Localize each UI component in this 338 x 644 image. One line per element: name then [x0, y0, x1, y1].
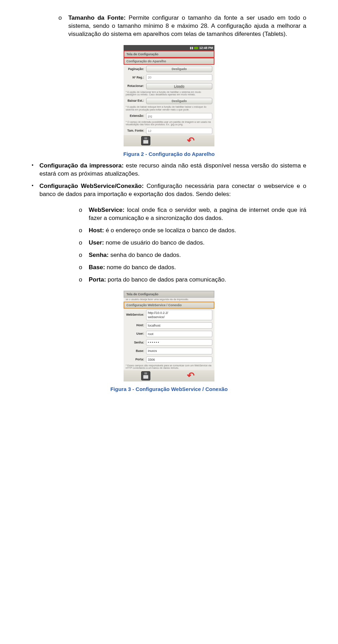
val-baixar[interactable]: Desligado: [146, 98, 212, 104]
val-senha[interactable]: • • • • • •: [146, 339, 212, 346]
intro-bullet: o Tamanho da Fonte: Permite configurar o…: [32, 14, 306, 40]
bullet-o-marker: o: [79, 239, 89, 249]
bullet-o-marker: o: [79, 251, 89, 261]
row-base: Base: inuxcs: [124, 347, 214, 355]
val-host[interactable]: localhost: [146, 322, 212, 329]
lab-base: Base:: [126, 349, 144, 353]
lab-senha: Senha:: [126, 341, 144, 345]
section-title-2: Configuração WebService / Conexão: [124, 302, 214, 309]
b1-bold: Configuração da impressora:: [39, 162, 124, 169]
note-baixar: * A opção de baixar estoque tem a função…: [124, 105, 214, 112]
s1-bold: WebService:: [89, 207, 125, 213]
s4-bold: Senha:: [89, 252, 109, 258]
s2-rest: é o endereço onde se localiza o banco de…: [104, 227, 236, 234]
lab-nreg: Nº Reg.:: [126, 76, 144, 80]
screen-title-2: Tela de Configuração: [124, 291, 214, 298]
row-paginacao: Paginação: Desligado: [124, 65, 214, 73]
bullet-o-marker: o: [79, 276, 89, 286]
s5-bold: Base:: [89, 264, 105, 271]
statusbar: ▮▮ ▮ 12:48 PM: [124, 45, 214, 51]
bullet-o-marker: o: [58, 14, 68, 40]
bottom-toolbar-1: ↶: [124, 135, 214, 146]
row-baixar: Baixar Est.: Desligado: [124, 97, 214, 105]
val-base[interactable]: inuxcs: [146, 348, 212, 354]
clock: 12:48 PM: [199, 46, 213, 50]
note-rotacionar: * A opção de rotacionar tem a função de …: [124, 90, 214, 97]
note-webservice: * Esses campos são responsáveis para se …: [124, 364, 214, 370]
sub-senha: o Senha: senha do banco de dados.: [32, 251, 306, 261]
sub-user: o User: nome de usuário do banco de dado…: [32, 239, 306, 249]
sub-note-2: se o usuário deseja fazer uma segunda vi…: [124, 298, 214, 302]
lab-webservice: WebService:: [126, 313, 144, 317]
s2-bold: Host:: [89, 227, 104, 234]
battery-icon: ▮: [194, 47, 198, 49]
sub-base: o Base: nome do banco de dados.: [32, 264, 306, 274]
val-webservice[interactable]: http://10.0.2.2/ webservice/: [146, 310, 212, 320]
row-host: Host: localhost: [124, 321, 214, 330]
section-title-1: Configuração do Aparelho: [124, 58, 214, 65]
undo-icon[interactable]: ↶: [187, 137, 197, 145]
s3-rest: nome de usuário do banco de dados.: [104, 239, 204, 246]
row-extensao: Extensão: jpg: [124, 112, 214, 120]
bullet-o-marker: o: [79, 264, 89, 274]
bullet-o-marker: o: [79, 227, 89, 237]
val-tamfonte[interactable]: 12: [146, 128, 212, 134]
figure-3-screenshot: Tela de Configuração se o usuário deseja…: [123, 290, 215, 382]
intro-bold: Tamanho da Fonte:: [68, 14, 126, 21]
lab-baixar: Baixar Est.:: [126, 99, 144, 103]
lab-porta: Porta:: [126, 358, 144, 361]
sub-porta: o Porta: porta do banco de dados para co…: [32, 276, 306, 286]
row-senha: Senha: • • • • • •: [124, 338, 214, 347]
b2-bold: Configuração WebService/Conexão:: [39, 183, 144, 189]
lab-rotacionar: Rotacionar:: [126, 84, 144, 88]
figure-2-caption: Figura 2 - Configuração do Aparelho: [32, 151, 306, 158]
lab-user: User:: [126, 332, 144, 336]
dot-marker: •: [32, 162, 39, 180]
s6-rest: porta do banco de dados para comunicação…: [106, 276, 226, 283]
intro-text: Tamanho da Fonte: Permite configurar o t…: [68, 14, 306, 38]
val-extensao[interactable]: jpg: [146, 113, 212, 119]
figure-3-caption: Figura 3 - Configuração WebService / Con…: [32, 386, 306, 393]
s6-bold: Porta:: [89, 276, 106, 283]
bullet-config-impressora: • Configuração da impressora: este recur…: [32, 162, 306, 180]
figure-3-wrap: Tela de Configuração se o usuário deseja…: [32, 290, 306, 383]
screen-title-1: Tela de Configuração: [124, 51, 214, 58]
bottom-toolbar-2: ↶: [124, 370, 214, 381]
lab-paginacao: Paginação:: [126, 67, 144, 71]
row-porta: Porta: 3306: [124, 355, 214, 364]
bullet-o-marker: o: [79, 206, 89, 225]
note-extensao: * O campo de extensão possibilita usar u…: [124, 120, 214, 127]
val-nreg[interactable]: 20: [146, 74, 212, 81]
row-tamfonte: Tam. Fonte: 12: [124, 127, 214, 135]
lab-tamfonte: Tam. Fonte:: [126, 129, 144, 133]
save-icon[interactable]: [141, 371, 150, 380]
val-user[interactable]: root: [146, 331, 212, 337]
row-nreg: Nº Reg.: 20: [124, 73, 214, 82]
val-paginacao[interactable]: Desligado: [146, 66, 212, 72]
bullet-config-webservice: • Configuração WebService/Conexão: Confi…: [32, 182, 306, 201]
signal-icon: ▮▮: [190, 46, 193, 50]
lab-host: Host:: [126, 323, 144, 327]
s5-rest: nome do banco de dados.: [105, 264, 176, 271]
figure-2-wrap: ▮▮ ▮ 12:48 PM Tela de Configuração Confi…: [32, 45, 306, 148]
s4-rest: senha do banco de dados.: [109, 252, 181, 258]
dot-marker: •: [32, 182, 39, 201]
undo-icon[interactable]: ↶: [187, 372, 197, 380]
s3-bold: User:: [89, 239, 104, 246]
val-porta[interactable]: 3306: [146, 356, 212, 363]
figure-2-screenshot: ▮▮ ▮ 12:48 PM Tela de Configuração Confi…: [123, 45, 215, 147]
sub-host: o Host: é o endereço onde se localiza o …: [32, 227, 306, 237]
row-user: User: root: [124, 330, 214, 338]
row-webservice: WebService: http://10.0.2.2/ webservice/: [124, 309, 214, 321]
lab-extensao: Extensão:: [126, 114, 144, 118]
val-rotacionar[interactable]: Ligado: [146, 83, 212, 89]
sub-webservice: o WebService: local onde fica o servidor…: [32, 206, 306, 225]
save-icon[interactable]: [141, 136, 150, 145]
row-rotacionar: Rotacionar: Ligado: [124, 82, 214, 90]
